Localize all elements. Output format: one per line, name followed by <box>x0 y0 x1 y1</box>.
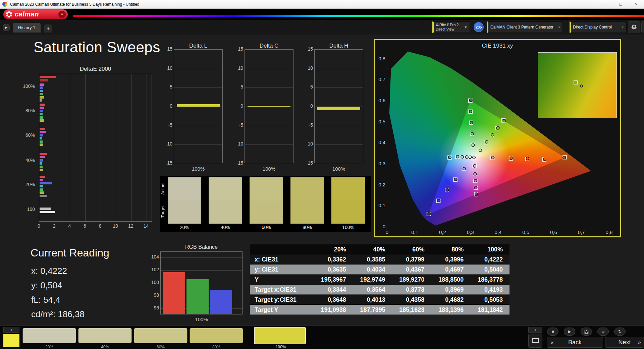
x-tick-label: 0,5 <box>519 229 533 235</box>
rgb-chart-title: RGB Balance <box>160 244 243 250</box>
chart-frame <box>245 49 293 163</box>
swatch-label: 40% <box>209 225 242 230</box>
table-cell: 192,9749 <box>353 275 392 284</box>
table-cell: 0,3564 <box>353 285 392 294</box>
calman-menu-button[interactable]: calman ▼ <box>3 9 68 19</box>
minimize-button[interactable]: − <box>598 0 613 8</box>
y-tick-label: -15 <box>160 160 172 166</box>
y-tick-label: 0,5 <box>375 119 385 124</box>
delta-l-chart[interactable]: Delta L151050-5-10-15100% <box>160 43 223 177</box>
deltae-bar <box>40 79 48 81</box>
deltae-bar <box>40 162 42 165</box>
target-swatch <box>290 200 324 224</box>
partial-toolbar-button[interactable] <box>641 21 644 33</box>
display-control-dropdown[interactable]: Direct Display Control ▼ <box>570 21 627 33</box>
actual-swatch <box>290 177 324 200</box>
row-label: x: CIE31 <box>250 254 314 264</box>
table-cell: 186,3778 <box>470 275 509 284</box>
deltae-bar <box>40 116 43 119</box>
row-label: Target Y <box>250 305 314 314</box>
chevron-down-icon: ▼ <box>620 26 626 29</box>
gridline <box>315 144 363 145</box>
swatch-comparison-panel[interactable]: Actual Target 20%40%60%80%100% <box>160 176 371 232</box>
deltae-bar <box>40 159 43 162</box>
deltae-bar <box>40 191 44 194</box>
gridline <box>174 69 222 69</box>
rgb-balance-chart[interactable]: RGB Balance 100% 1041021009896 <box>146 244 247 326</box>
cie-chart-panel[interactable]: CIE 1931 xy 00,10,20,30,40,50,60,70,800,… <box>374 39 621 237</box>
back-button[interactable]: « Back <box>547 337 603 348</box>
delta-h-chart[interactable]: Delta H151050-5-10-15100% <box>300 43 364 177</box>
settings-button[interactable] <box>628 21 640 33</box>
red-bar <box>163 272 185 314</box>
thumb-label: 20% <box>22 345 76 349</box>
gridline <box>245 69 293 69</box>
scroll-up-icon[interactable]: ▲ <box>528 327 542 333</box>
gridline <box>245 107 293 107</box>
y-tick-label: 15 <box>301 46 313 52</box>
y-tick-label: 10 <box>160 65 172 71</box>
meter-selector-dropdown[interactable]: X-Rite i1Pro 2 Direct View ▼ <box>432 21 470 33</box>
table-row: Target Y191,0938187,7395185,1623183,1396… <box>250 305 509 315</box>
deltae-bar <box>40 134 43 136</box>
play-button[interactable]: ▶ <box>564 328 575 336</box>
pattern-thumb-100%[interactable] <box>254 327 306 344</box>
table-cell: 189,9270 <box>392 275 431 284</box>
pattern-thumb-20%[interactable] <box>22 328 76 343</box>
cie-zoom-inset <box>538 52 617 118</box>
deltae-bar <box>40 107 44 109</box>
link-button[interactable]: ∞ <box>597 328 609 336</box>
deltae-chart[interactable] <box>39 74 152 222</box>
pattern-thumb-80%[interactable] <box>190 328 243 343</box>
y-tick-label: 15 <box>160 46 172 52</box>
column-header: 60% <box>392 244 431 254</box>
y-tick-label: 102 <box>146 267 159 272</box>
x-tick-label: 10 <box>110 223 120 229</box>
row-label: Target y:CIE31 <box>250 295 314 304</box>
refresh-button[interactable]: ↻ <box>614 328 626 336</box>
delta-bar <box>317 107 360 110</box>
save-button[interactable] <box>581 328 592 336</box>
x-tick-label: 0,7 <box>575 229 588 235</box>
x-tick-label: 6 <box>80 223 90 229</box>
chevron-down-icon[interactable]: ▼ <box>58 11 66 18</box>
x-tick-label: 2 <box>49 223 59 229</box>
gridline <box>101 74 101 221</box>
chevron-down-icon: ▼ <box>556 26 562 29</box>
pattern-generator-dropdown[interactable]: CalMAN Client 3 Pattern Generator ▼ <box>487 21 563 33</box>
table-cell: 0,3362 <box>314 254 353 264</box>
deltae-bar <box>40 195 47 197</box>
tab-history-1[interactable]: History 1 <box>13 23 41 33</box>
y-tick-label: 5 <box>160 84 172 90</box>
x-tick-label: 12 <box>126 223 136 229</box>
gridline <box>116 74 116 221</box>
stop-button[interactable]: ■ <box>547 328 558 336</box>
close-button[interactable]: × <box>629 0 644 8</box>
add-tab-button[interactable]: + <box>44 24 52 33</box>
y-tick-label: 60% <box>15 132 35 138</box>
y-tick-label: 0,1 <box>375 202 385 208</box>
y-tick-label: 0,6 <box>375 98 385 103</box>
pattern-thumb-40%[interactable] <box>78 328 132 343</box>
chart-title: Delta L <box>174 43 223 49</box>
meter-status-badge[interactable]: 235 <box>474 22 484 32</box>
table-cell: 0,4682 <box>431 295 470 304</box>
swatch-label: 20% <box>168 225 201 230</box>
y-tick-label: 0 <box>375 224 385 229</box>
scroll-up-icon[interactable]: ▲ <box>3 327 19 333</box>
history-nav-arrow-icon[interactable]: ▶ <box>3 24 10 31</box>
app-icon <box>2 2 7 7</box>
next-button[interactable]: Next » <box>605 337 644 348</box>
x-tick-label: 0,3 <box>464 229 477 235</box>
table-cell: 0,5040 <box>470 265 509 274</box>
pattern-thumb-60%[interactable] <box>134 328 187 343</box>
y-tick-label: 100% <box>15 83 35 89</box>
maximize-button[interactable]: □ <box>613 0 629 8</box>
y-tick-label: -5 <box>231 122 243 128</box>
gridline <box>174 144 222 145</box>
gridline <box>147 74 147 221</box>
delta-c-chart[interactable]: Delta C151050-5-10-15100% <box>230 43 294 177</box>
display-pattern-button[interactable] <box>528 334 542 348</box>
deltae-bar <box>40 93 43 95</box>
x-tick-label: 100% <box>245 166 293 172</box>
